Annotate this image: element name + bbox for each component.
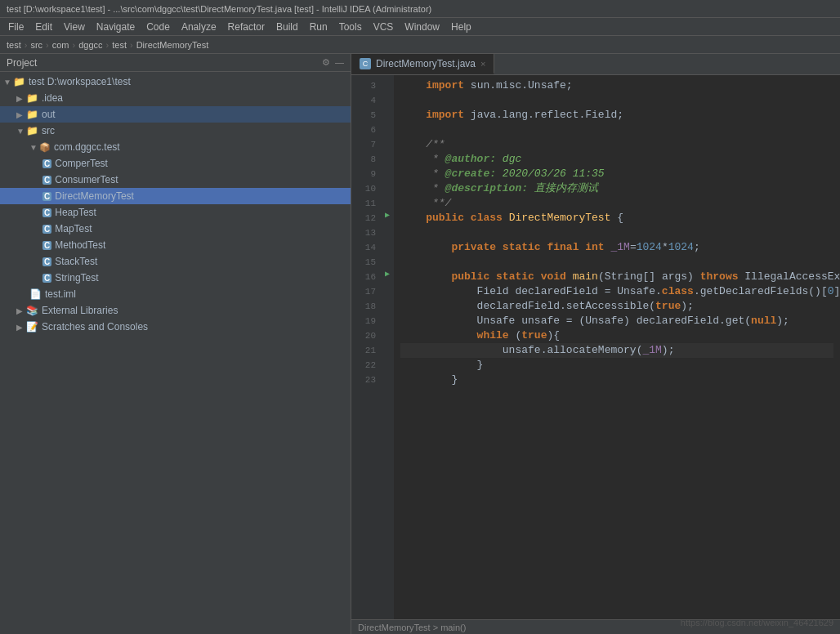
tree-item-stringtest[interactable]: C StringTest xyxy=(0,270,351,286)
tree-item-external[interactable]: ▶ 📚 External Libraries xyxy=(0,302,351,319)
java-icon: C xyxy=(42,159,51,168)
tab-directmemorytest[interactable]: C DirectMemoryTest.java × xyxy=(351,54,494,74)
menu-item-edit[interactable]: Edit xyxy=(30,20,57,34)
menu-item-refactor[interactable]: Refactor xyxy=(223,20,270,34)
panel-header: Project ⚙ — xyxy=(0,54,351,72)
menu-item-window[interactable]: Window xyxy=(400,20,445,34)
menu-bar: FileEditViewNavigateCodeAnalyzeRefactorB… xyxy=(0,18,840,36)
java-icon-heap: C xyxy=(42,208,51,217)
project-panel: Project ⚙ — ▼ 📁 test D:\workspace1\test … xyxy=(0,54,351,634)
java-icon-direct: C xyxy=(42,192,51,201)
breadcrumb-sep-3: › xyxy=(106,40,109,50)
breadcrumb-sep-4: › xyxy=(130,40,133,50)
panel-settings-icon[interactable]: ⚙ xyxy=(322,57,330,68)
code-line-18: declaredField.setAccessible(true); xyxy=(400,299,833,314)
code-line-6 xyxy=(400,123,833,137)
editor-gutter: ▶ ▶ xyxy=(381,75,394,619)
line-num-3: 3 xyxy=(351,78,381,93)
tree-label: test D:\workspace1\test xyxy=(29,76,131,87)
breadcrumb-item-2[interactable]: com xyxy=(52,40,69,50)
code-line-16: public static void main(String[] args) t… xyxy=(400,270,833,284)
tree-item-test[interactable]: ▼ 📁 test D:\workspace1\test xyxy=(0,74,351,90)
menu-item-help[interactable]: Help xyxy=(446,20,476,34)
gutter-8 xyxy=(381,149,394,163)
tree-item-iml[interactable]: 📄 test.iml xyxy=(0,286,351,302)
code-line-22: } xyxy=(400,358,833,373)
tree-item-consumertest[interactable]: C ConsumerTest xyxy=(0,172,351,188)
tree-item-out[interactable]: ▶ 📁 out xyxy=(0,106,351,123)
tree-label-idea: .idea xyxy=(42,92,63,104)
gutter-9 xyxy=(381,163,394,178)
menu-item-navigate[interactable]: Navigate xyxy=(92,20,140,34)
expand-arrow-ext: ▶ xyxy=(16,306,25,315)
breadcrumb-item-3[interactable]: dggcc xyxy=(78,40,102,50)
menu-item-vcs[interactable]: VCS xyxy=(369,20,399,34)
expand-arrow-scratch: ▶ xyxy=(16,323,25,332)
tree-label-iml: test.iml xyxy=(45,288,76,300)
code-content[interactable]: import sun.misc.Unsafe; import java.lang… xyxy=(394,75,840,619)
breadcrumb-nav: test › src › com › dggcc › test › Direct… xyxy=(0,36,840,54)
java-icon-method: C xyxy=(42,241,51,250)
tab-label: DirectMemoryTest.java xyxy=(376,58,476,69)
breadcrumb-sep-1: › xyxy=(46,40,49,50)
line-num-10: 10 xyxy=(351,181,381,196)
code-line-9: * @create: 2020/03/26 11:35 xyxy=(400,167,833,181)
tree-item-methodtest[interactable]: C MethodTest xyxy=(0,237,351,253)
gutter-17 xyxy=(381,281,394,296)
line-num-19: 19 xyxy=(351,314,381,328)
panel-collapse-icon[interactable]: — xyxy=(335,57,344,68)
line-num-16: 16 xyxy=(351,270,381,284)
scratch-icon: 📝 xyxy=(26,321,38,333)
code-line-11: **/ xyxy=(400,196,833,211)
lib-icon: 📚 xyxy=(26,305,38,316)
tree-label-heaptest: HeapTest xyxy=(55,207,96,218)
folder-icon-src: 📁 xyxy=(26,125,38,136)
tree-item-src[interactable]: ▼ 📁 src xyxy=(0,123,351,139)
editor-tab-bar: C DirectMemoryTest.java × xyxy=(351,54,840,75)
tree-item-compertest[interactable]: C ComperTest xyxy=(0,155,351,172)
line-num-8: 8 xyxy=(351,152,381,167)
menu-item-run[interactable]: Run xyxy=(305,20,333,34)
tab-java-icon: C xyxy=(360,58,371,69)
tree-item-directmemorytest[interactable]: C DirectMemoryTest xyxy=(0,188,351,204)
tree-label-src: src xyxy=(42,125,55,136)
tree-label-methodtest: MethodTest xyxy=(55,239,105,251)
tree-label-scratches: Scratches and Consoles xyxy=(42,321,148,333)
title-text: test [D:\workspace1\test] - ...\src\com\… xyxy=(7,4,431,14)
breadcrumb-item-0[interactable]: test xyxy=(7,40,21,50)
tab-close-btn[interactable]: × xyxy=(480,59,485,69)
menu-item-build[interactable]: Build xyxy=(271,20,303,34)
tree-item-heaptest[interactable]: C HeapTest xyxy=(0,204,351,221)
code-line-7: /** xyxy=(400,137,833,152)
menu-item-code[interactable]: Code xyxy=(141,20,175,34)
line-num-17: 17 xyxy=(351,284,381,299)
line-num-23: 23 xyxy=(351,373,381,387)
iml-icon: 📄 xyxy=(29,288,42,300)
line-num-14: 14 xyxy=(351,240,381,255)
java-icon-string: C xyxy=(42,274,51,283)
menu-item-file[interactable]: File xyxy=(3,20,29,34)
tree-item-scratches[interactable]: ▶ 📝 Scratches and Consoles xyxy=(0,319,351,335)
panel-title: Project xyxy=(7,57,37,69)
gutter-6 xyxy=(381,119,394,134)
code-line-17: Field declaredField = Unsafe.class.getDe… xyxy=(400,284,833,299)
code-line-5: import java.lang.reflect.Field; xyxy=(400,108,833,123)
package-icon: 📦 xyxy=(39,142,51,153)
line-num-5: 5 xyxy=(351,108,381,123)
breadcrumb-item-4[interactable]: test xyxy=(112,40,127,50)
line-num-22: 22 xyxy=(351,358,381,373)
breadcrumb-item-1[interactable]: src xyxy=(30,40,42,50)
tree-item-idea[interactable]: ▶ 📁 .idea xyxy=(0,90,351,106)
gutter-10 xyxy=(381,178,394,193)
code-line-20: while (true){ xyxy=(400,328,833,343)
menu-item-tools[interactable]: Tools xyxy=(334,20,367,34)
code-line-15 xyxy=(400,255,833,270)
tree-item-stacktest[interactable]: C StackTest xyxy=(0,253,351,270)
breadcrumb-item-5[interactable]: DirectMemoryTest xyxy=(136,40,209,50)
tree-item-maptest[interactable]: C MapTest xyxy=(0,221,351,237)
menu-item-view[interactable]: View xyxy=(59,20,90,34)
code-line-3: import sun.misc.Unsafe; xyxy=(400,78,833,93)
line-num-7: 7 xyxy=(351,137,381,152)
menu-item-analyze[interactable]: Analyze xyxy=(176,20,221,34)
tree-item-package[interactable]: ▼ 📦 com.dggcc.test xyxy=(0,139,351,155)
